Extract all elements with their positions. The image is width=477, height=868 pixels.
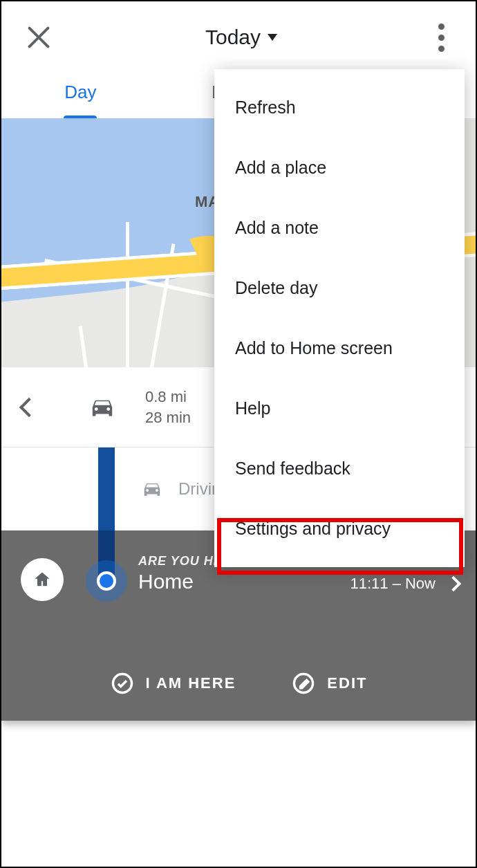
chevron-down-icon — [268, 34, 277, 41]
menu-add-home-screen[interactable]: Add to Home screen — [214, 318, 465, 378]
car-icon — [87, 394, 118, 421]
edit-label: EDIT — [327, 674, 367, 692]
chevron-right-icon — [446, 576, 462, 592]
date-selector[interactable]: Today — [205, 26, 277, 49]
confirm-here-button[interactable]: I AM HERE — [110, 671, 236, 696]
menu-help[interactable]: Help — [214, 378, 465, 438]
timeline-line — [98, 447, 115, 530]
car-icon — [140, 479, 165, 499]
overflow-menu-button[interactable] — [427, 21, 455, 54]
time-range: 11:11 – Now — [350, 575, 436, 593]
home-icon-badge[interactable] — [21, 558, 64, 601]
overflow-menu: Refresh Add a place Add a note Delete da… — [214, 69, 465, 567]
date-title: Today — [205, 26, 261, 49]
menu-refresh[interactable]: Refresh — [214, 77, 465, 138]
confirm-here-label: I AM HERE — [146, 674, 236, 692]
edit-button[interactable]: EDIT — [291, 671, 367, 696]
segment-distance: 0.8 mi — [145, 387, 191, 407]
menu-add-place[interactable]: Add a place — [214, 138, 465, 198]
place-name: Home — [138, 570, 250, 593]
location-dot — [86, 560, 127, 602]
place-detail-button[interactable]: 11:11 – Now — [350, 575, 459, 593]
tab-day[interactable]: Day — [1, 82, 160, 118]
close-icon[interactable] — [22, 21, 55, 54]
menu-settings-privacy[interactable]: Settings and privacy — [214, 499, 465, 559]
chevron-left-icon[interactable] — [19, 398, 39, 417]
menu-delete-day[interactable]: Delete day — [214, 258, 465, 318]
menu-send-feedback[interactable]: Send feedback — [214, 438, 465, 499]
menu-add-note[interactable]: Add a note — [214, 198, 465, 258]
segment-duration: 28 min — [145, 407, 191, 428]
